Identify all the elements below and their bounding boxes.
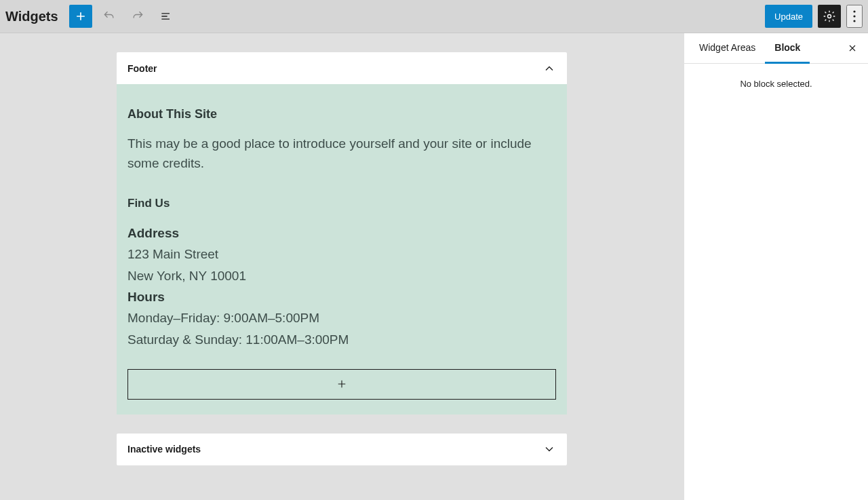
- about-paragraph[interactable]: This may be a good place to introduce yo…: [127, 134, 556, 174]
- svg-point-0: [828, 15, 831, 18]
- add-block-inline-button[interactable]: [127, 369, 556, 400]
- list-view-icon: [159, 9, 173, 23]
- findus-heading[interactable]: Find Us: [127, 197, 556, 210]
- plus-icon: [336, 378, 348, 390]
- address-heading: Address: [127, 223, 556, 244]
- page-title: Widgets: [5, 9, 58, 24]
- no-block-selected-message: No block selected.: [740, 79, 812, 89]
- list-view-button[interactable]: [155, 5, 178, 28]
- svg-point-2: [853, 15, 855, 17]
- tab-block[interactable]: Block: [765, 33, 810, 64]
- inactive-panel-title: Inactive widgets: [127, 444, 201, 455]
- more-options-button[interactable]: [846, 5, 863, 28]
- svg-point-3: [853, 20, 855, 22]
- address-block[interactable]: Address 123 Main Street New York, NY 100…: [127, 223, 556, 350]
- hours-line1: Monday–Friday: 9:00AM–5:00PM: [127, 307, 556, 328]
- main-area: Footer About This Site This may be a goo…: [0, 33, 868, 500]
- chevron-up-icon: [542, 62, 556, 75]
- gear-icon: [823, 9, 836, 23]
- editor-canvas: Footer About This Site This may be a goo…: [0, 33, 684, 500]
- add-block-toolbar-button[interactable]: [69, 5, 92, 28]
- hours-heading: Hours: [127, 286, 556, 307]
- redo-icon: [131, 9, 144, 23]
- tab-widget-areas[interactable]: Widget Areas: [690, 33, 765, 64]
- redo-button[interactable]: [126, 5, 149, 28]
- chevron-down-icon: [542, 442, 556, 456]
- address-line2: New York, NY 10001: [127, 265, 556, 286]
- plus-icon: [74, 9, 87, 23]
- inactive-widgets-panel: Inactive widgets: [117, 434, 567, 465]
- about-heading[interactable]: About This Site: [127, 107, 556, 121]
- svg-point-1: [853, 10, 855, 12]
- close-icon: [847, 43, 858, 54]
- settings-sidebar: Widget Areas Block No block selected.: [684, 33, 868, 500]
- undo-button[interactable]: [98, 5, 121, 28]
- undo-icon: [102, 9, 116, 23]
- update-button[interactable]: Update: [765, 5, 812, 28]
- sidebar-body: No block selected.: [684, 64, 868, 104]
- hours-line2: Saturday & Sunday: 11:00AM–3:00PM: [127, 329, 556, 350]
- settings-button[interactable]: [818, 5, 841, 28]
- footer-panel-body: About This Site This may be a good place…: [117, 84, 567, 415]
- top-toolbar: Widgets Update: [0, 0, 868, 33]
- sidebar-tabs: Widget Areas Block: [684, 33, 868, 64]
- footer-panel-header[interactable]: Footer: [117, 52, 567, 84]
- footer-widget-panel: Footer About This Site This may be a goo…: [117, 52, 567, 415]
- address-line1: 123 Main Street: [127, 244, 556, 265]
- toolbar-right: Update: [765, 5, 863, 28]
- toolbar-left: Widgets: [5, 5, 178, 28]
- inactive-panel-header[interactable]: Inactive widgets: [117, 434, 567, 465]
- close-sidebar-button[interactable]: [842, 38, 863, 58]
- dots-vertical-icon: [853, 10, 856, 22]
- footer-panel-title: Footer: [127, 63, 157, 74]
